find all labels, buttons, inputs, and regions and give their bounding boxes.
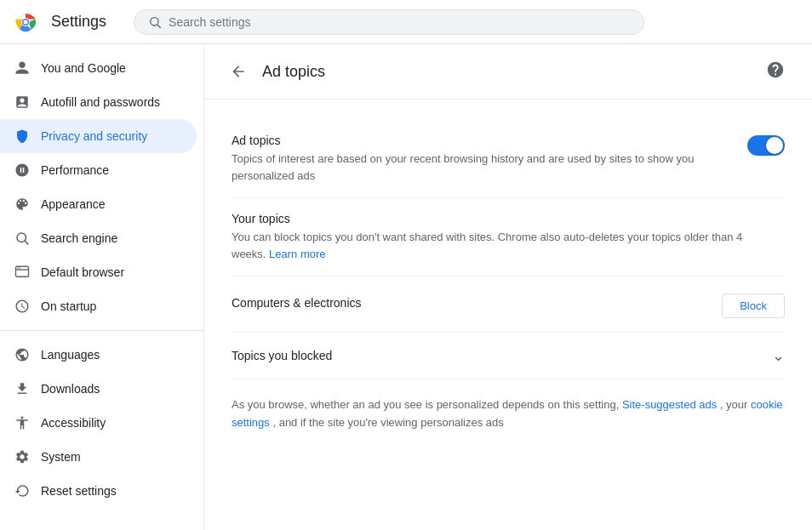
content-body: Ad topics Topics of interest are based o… bbox=[204, 100, 812, 459]
sidebar-item-autofill[interactable]: Autofill and passwords bbox=[0, 85, 197, 119]
download-icon bbox=[14, 380, 31, 397]
app-title: Settings bbox=[51, 13, 106, 31]
content-header: Ad topics bbox=[204, 44, 812, 100]
sidebar-label-languages: Languages bbox=[41, 348, 100, 362]
sidebar-item-on-startup[interactable]: On startup bbox=[0, 289, 197, 323]
back-icon bbox=[230, 63, 247, 80]
toggle-thumb bbox=[766, 137, 783, 154]
reset-icon bbox=[14, 482, 31, 499]
computers-electronics-label: Computers & electronics bbox=[232, 296, 701, 310]
sidebar-label-appearance: Appearance bbox=[41, 197, 106, 211]
sidebar-label-autofill: Autofill and passwords bbox=[41, 95, 160, 109]
performance-icon bbox=[14, 162, 31, 179]
learn-more-link[interactable]: Learn more bbox=[269, 248, 325, 260]
startup-icon bbox=[14, 298, 31, 315]
svg-line-7 bbox=[25, 241, 28, 244]
sidebar-label-privacy: Privacy and security bbox=[41, 129, 147, 143]
sidebar-item-privacy[interactable]: Privacy and security bbox=[0, 119, 197, 153]
sidebar-item-search-engine[interactable]: Search engine bbox=[0, 221, 197, 255]
sidebar-label-accessibility: Accessibility bbox=[41, 416, 106, 430]
ad-topics-toggle[interactable] bbox=[747, 135, 785, 156]
back-button[interactable] bbox=[225, 58, 252, 85]
sidebar-label-performance: Performance bbox=[41, 163, 109, 177]
sidebar-item-reset[interactable]: Reset settings bbox=[0, 474, 197, 508]
search-engine-icon bbox=[14, 230, 31, 247]
block-button[interactable]: Block bbox=[722, 293, 785, 318]
sidebar-divider bbox=[0, 330, 203, 331]
sidebar-item-you-and-google[interactable]: You and Google bbox=[0, 51, 197, 85]
topics-blocked-label: Topics you blocked bbox=[232, 349, 332, 362]
autofill-icon bbox=[14, 94, 31, 111]
svg-point-10 bbox=[17, 267, 19, 269]
computers-electronics-row: Computers & electronics Block bbox=[232, 276, 785, 333]
ad-topics-info: Ad topics Topics of interest are based o… bbox=[232, 134, 747, 184]
search-input[interactable] bbox=[169, 15, 630, 29]
sidebar-item-appearance[interactable]: Appearance bbox=[0, 187, 197, 221]
sidebar-label-you-and-google: You and Google bbox=[41, 61, 126, 75]
ad-topics-description: Topics of interest are based on your rec… bbox=[232, 151, 727, 184]
your-topics-description: You can block topics you don't want shar… bbox=[232, 229, 764, 262]
site-suggested-ads-link[interactable]: Site-suggested ads bbox=[622, 398, 717, 411]
ad-topics-title: Ad topics bbox=[232, 134, 727, 147]
person-icon bbox=[14, 60, 31, 77]
sidebar-label-system: System bbox=[41, 450, 81, 464]
ad-topics-row: Ad topics Topics of interest are based o… bbox=[232, 120, 785, 198]
appearance-icon bbox=[14, 196, 31, 213]
search-bar bbox=[134, 9, 644, 35]
your-topics-info: Your topics You can block topics you don… bbox=[232, 212, 785, 262]
computers-electronics-info: Computers & electronics bbox=[232, 296, 722, 313]
sidebar-label-downloads: Downloads bbox=[41, 382, 100, 396]
search-icon bbox=[148, 15, 162, 29]
chrome-logo bbox=[14, 10, 37, 34]
content-header-left: Ad topics bbox=[225, 58, 325, 85]
sidebar-item-default-browser[interactable]: Default browser bbox=[0, 255, 197, 289]
footer-text-middle: , your bbox=[720, 398, 748, 411]
footer-note: As you browse, whether an ad you see is … bbox=[232, 379, 785, 439]
your-topics-row: Your topics You can block topics you don… bbox=[232, 198, 785, 276]
sidebar-item-performance[interactable]: Performance bbox=[0, 153, 197, 187]
sidebar-label-search-engine: Search engine bbox=[41, 231, 117, 245]
language-icon bbox=[14, 346, 31, 363]
sidebar-item-system[interactable]: System bbox=[0, 440, 197, 474]
sidebar-item-languages[interactable]: Languages bbox=[0, 338, 197, 372]
svg-point-4 bbox=[151, 17, 158, 25]
chevron-down-icon: ⌄ bbox=[772, 346, 785, 365]
your-topics-title: Your topics bbox=[232, 212, 764, 225]
sidebar: You and Google Autofill and passwords Pr… bbox=[0, 44, 204, 530]
footer-text-start: As you browse, whether an ad you see is … bbox=[232, 398, 619, 411]
main-layout: You and Google Autofill and passwords Pr… bbox=[0, 44, 812, 530]
footer-text-end: , and if the site you're viewing persona… bbox=[272, 416, 503, 429]
shield-icon bbox=[14, 128, 31, 145]
svg-point-11 bbox=[20, 267, 21, 269]
svg-point-3 bbox=[24, 20, 28, 24]
sidebar-label-default-browser: Default browser bbox=[41, 265, 124, 279]
top-bar: Settings bbox=[0, 0, 812, 44]
sidebar-label-reset: Reset settings bbox=[41, 484, 117, 498]
accessibility-icon bbox=[14, 414, 31, 431]
svg-point-6 bbox=[17, 233, 26, 242]
help-icon[interactable] bbox=[766, 60, 785, 83]
content-area: Ad topics Ad topics Topics of interest a… bbox=[204, 44, 812, 530]
sidebar-item-accessibility[interactable]: Accessibility bbox=[0, 406, 197, 440]
browser-icon bbox=[14, 264, 31, 281]
topics-blocked-row[interactable]: Topics you blocked ⌄ bbox=[232, 333, 785, 379]
sidebar-item-downloads[interactable]: Downloads bbox=[0, 372, 197, 406]
sidebar-label-on-startup: On startup bbox=[41, 299, 96, 313]
page-title: Ad topics bbox=[262, 63, 325, 81]
svg-line-5 bbox=[157, 25, 161, 28]
system-icon bbox=[14, 448, 31, 465]
